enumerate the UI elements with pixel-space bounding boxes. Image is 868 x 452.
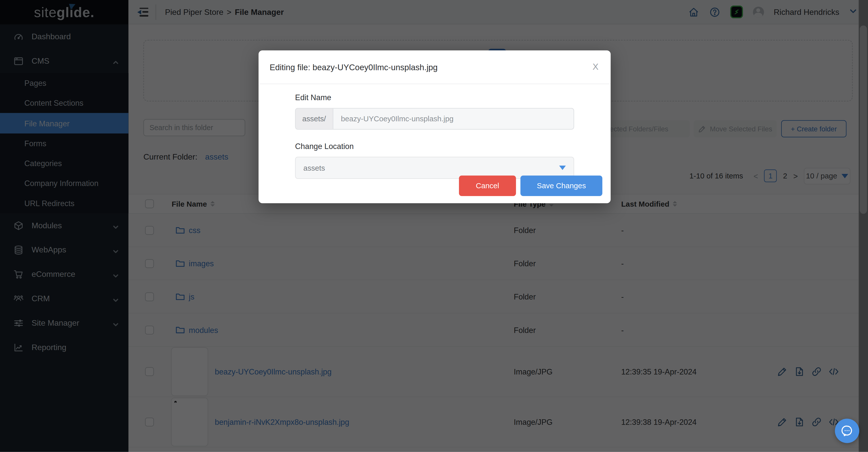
modal-header: Editing file: beazy-UYCoey0Ilmc-unsplash…	[259, 50, 611, 84]
modal-title: Editing file: beazy-UYCoey0Ilmc-unsplash…	[270, 62, 438, 72]
location-value: assets	[303, 163, 325, 172]
modal-body: Edit Name assets/ Change Location assets	[259, 84, 611, 179]
app-root: siteglide. Dashboard CMS Pages Content S…	[0, 0, 868, 452]
dropdown-triangle-icon	[559, 165, 566, 170]
file-name-input[interactable]	[333, 109, 574, 129]
file-name-field-group: assets/	[295, 108, 574, 130]
edit-name-label: Edit Name	[295, 93, 574, 102]
close-icon[interactable]: X	[592, 62, 598, 72]
cancel-button[interactable]: Cancel	[459, 176, 516, 196]
save-changes-button[interactable]: Save Changes	[520, 176, 602, 196]
chat-widget-button[interactable]	[835, 419, 859, 443]
path-prefix: assets/	[296, 109, 333, 129]
chat-icon	[840, 424, 854, 438]
edit-file-modal: Editing file: beazy-UYCoey0Ilmc-unsplash…	[259, 50, 611, 203]
modal-footer: Cancel Save Changes	[459, 176, 602, 196]
change-location-label: Change Location	[295, 142, 574, 151]
